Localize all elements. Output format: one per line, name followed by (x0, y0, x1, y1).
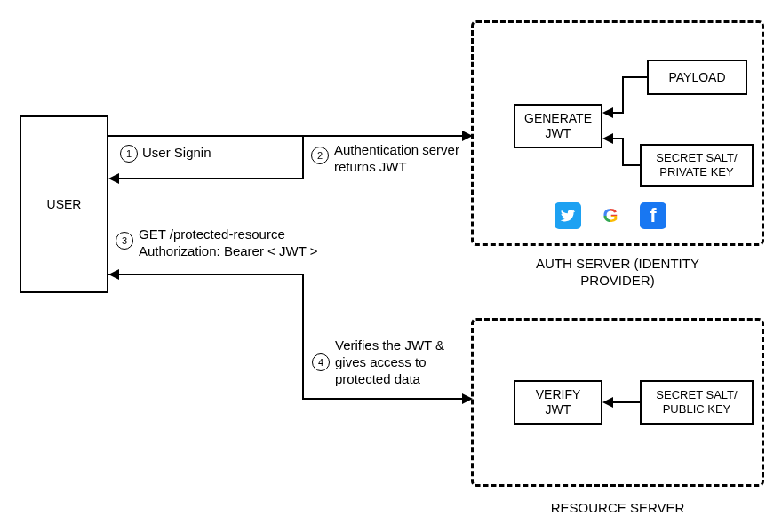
connector (611, 112, 624, 114)
arrowhead-step-3 (462, 393, 473, 404)
step-1-badge: 1 (120, 145, 138, 163)
arrow-step-2h (119, 178, 304, 179)
private-key-box: SECRET SALT/ PRIVATE KEY (640, 144, 754, 187)
google-icon: G (597, 202, 624, 229)
arrowhead-step-1 (462, 131, 473, 141)
arrow-step-3h2 (302, 398, 464, 400)
identity-provider-icons: G f (555, 202, 666, 229)
arrow-into-generate-top (602, 107, 613, 118)
step-4-badge: 4 (312, 353, 330, 371)
auth-server-title: AUTH SERVER (IDENTITY PROVIDER) (498, 256, 738, 290)
step-3-label: GET /protected-resource Authorization: B… (139, 226, 317, 260)
payload-box: PAYLOAD (647, 60, 747, 95)
step-2-label: Authentication server returns JWT (334, 142, 459, 176)
resource-server-title: RESOURCE SERVER (529, 500, 706, 517)
user-label: USER (47, 197, 82, 212)
step-2-badge: 2 (311, 147, 329, 164)
connector (613, 401, 640, 403)
facebook-icon: f (640, 202, 666, 229)
arrow-step-3h1 (108, 274, 304, 275)
verify-jwt-box: VERIFY JWT (514, 380, 602, 425)
connector (622, 76, 647, 78)
connector (622, 139, 624, 166)
step-3-badge: 3 (116, 232, 133, 250)
arrow-into-verify (602, 397, 613, 408)
user-box: USER (20, 115, 108, 293)
arrowhead-step-2 (108, 173, 119, 184)
connector (611, 138, 624, 139)
step-4-label: Verifies the JWT & gives access to prote… (335, 337, 444, 387)
arrowhead-step-4 (108, 269, 119, 280)
arrow-step-2v (302, 135, 304, 179)
connector (622, 164, 640, 166)
connector (622, 76, 624, 114)
twitter-icon (555, 202, 581, 229)
jwt-flow-diagram: USER GENERATE JWT PAYLOAD SECRET SALT/ P… (0, 0, 782, 532)
generate-jwt-box: GENERATE JWT (514, 104, 602, 148)
public-key-box: SECRET SALT/ PUBLIC KEY (640, 380, 754, 425)
step-1-label: User Signin (142, 145, 211, 162)
arrow-into-generate-bottom (602, 133, 613, 144)
arrow-step-1 (108, 135, 464, 137)
arrow-step-3v (302, 274, 304, 400)
